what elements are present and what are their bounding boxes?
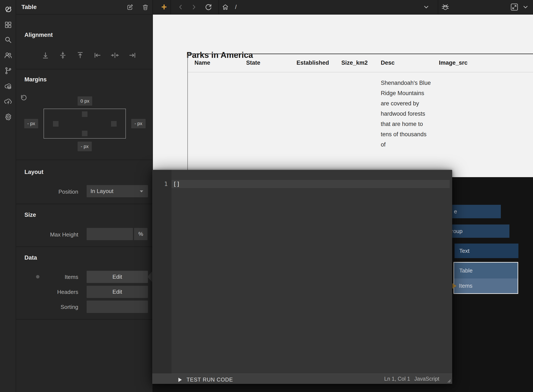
items-label: Items bbox=[16, 274, 78, 280]
left-nav-rail bbox=[0, 0, 16, 392]
toolbar-divider bbox=[438, 0, 438, 14]
chevron-left-icon bbox=[177, 4, 184, 10]
nav-forward-button[interactable] bbox=[189, 0, 199, 14]
section-divider bbox=[16, 319, 152, 320]
tree-node-items-row[interactable]: Items bbox=[454, 279, 518, 293]
toolbar-divider bbox=[219, 0, 219, 14]
column-header-established[interactable]: Established bbox=[296, 60, 329, 66]
margin-left-handle[interactable] bbox=[53, 121, 58, 127]
nav-pages-button[interactable] bbox=[4, 21, 12, 29]
nav-search-button[interactable] bbox=[4, 36, 12, 44]
table-header-divider bbox=[188, 72, 533, 72]
resize-handle-icon[interactable] bbox=[447, 378, 451, 383]
app-window: Parks in America Name State Established … bbox=[0, 0, 533, 392]
margin-top-handle[interactable] bbox=[82, 111, 87, 117]
tree-node-table-selected[interactable]: Table Items bbox=[453, 262, 518, 294]
section-divider bbox=[16, 69, 152, 69]
margin-right-handle[interactable] bbox=[111, 121, 117, 127]
align-bottom-icon bbox=[41, 51, 50, 60]
code-content[interactable]: [] bbox=[173, 180, 180, 188]
reset-margins-button[interactable] bbox=[20, 94, 27, 102]
nav-back-button[interactable] bbox=[176, 0, 186, 14]
inspector-header: Table bbox=[16, 0, 152, 14]
users-icon bbox=[4, 51, 12, 59]
section-heading-margins: Margins bbox=[24, 76, 47, 83]
parks-table[interactable]: Name State Established Size_km2 Desc Ima… bbox=[187, 54, 533, 177]
gear-icon bbox=[4, 113, 12, 121]
cloud-database-icon bbox=[4, 82, 12, 90]
line-number: 1 bbox=[152, 180, 168, 188]
inspector-panel: Table Alignment bbox=[16, 0, 153, 392]
align-right-icon bbox=[128, 51, 137, 60]
nav-flows-button[interactable] bbox=[4, 66, 12, 75]
nav-users-button[interactable] bbox=[4, 51, 12, 60]
tree-node-text[interactable]: Text bbox=[455, 243, 519, 258]
chevron-down-icon bbox=[423, 4, 429, 10]
section-divider bbox=[16, 160, 152, 160]
code-editor-popover: 1 [] TEST RUN CODE Ln 1, Col 1 JavaScrip… bbox=[152, 170, 452, 384]
refresh-button[interactable] bbox=[204, 0, 213, 14]
preview-options-button[interactable] bbox=[521, 0, 530, 14]
grid-icon bbox=[4, 21, 12, 29]
align-center-horizontal-button[interactable] bbox=[111, 51, 119, 60]
align-right-button[interactable] bbox=[128, 51, 137, 60]
column-header-desc[interactable]: Desc bbox=[381, 60, 395, 66]
align-top-icon bbox=[76, 51, 85, 60]
language-badge[interactable]: JavaScript bbox=[414, 376, 439, 382]
section-heading-layout: Layout bbox=[24, 169, 43, 175]
headers-label: Headers bbox=[16, 289, 78, 295]
delete-component-button[interactable] bbox=[142, 4, 148, 10]
column-header-state[interactable]: State bbox=[246, 60, 260, 66]
position-select[interactable]: In Layout bbox=[87, 185, 148, 197]
align-left-button[interactable] bbox=[93, 51, 102, 60]
breadcrumb[interactable]: / bbox=[233, 0, 239, 14]
margin-left-input[interactable]: - px bbox=[24, 119, 38, 128]
editor-gutter: 1 bbox=[152, 170, 171, 373]
max-height-unit-button[interactable]: % bbox=[134, 228, 148, 240]
cursor-position: Ln 1, Col 1 bbox=[384, 376, 410, 382]
rename-component-button[interactable] bbox=[127, 4, 133, 10]
table-cell-desc[interactable]: Shenandoah's Blue Ridge Mountains are co… bbox=[381, 78, 432, 150]
align-left-icon bbox=[93, 51, 102, 60]
margin-bottom-input[interactable]: - px bbox=[78, 142, 92, 151]
add-component-button[interactable]: + bbox=[158, 0, 170, 14]
expand-icon bbox=[510, 3, 519, 11]
debug-button[interactable] bbox=[440, 0, 450, 14]
align-top-button[interactable] bbox=[76, 51, 85, 60]
home-button[interactable] bbox=[221, 0, 230, 14]
align-center-vertical-icon bbox=[58, 51, 67, 60]
tree-node-table-row[interactable]: Table bbox=[454, 263, 518, 279]
sorting-input[interactable] bbox=[87, 301, 148, 313]
nav-settings-button[interactable] bbox=[4, 113, 12, 121]
app-logo[interactable] bbox=[4, 5, 12, 13]
editor-footer: TEST RUN CODE Ln 1, Col 1 JavaScript bbox=[152, 373, 452, 384]
nav-data-sources-button[interactable] bbox=[4, 82, 12, 90]
reset-icon bbox=[20, 94, 27, 102]
column-header-image-src[interactable]: Image_src bbox=[439, 60, 468, 66]
editor-active-line[interactable] bbox=[171, 180, 450, 188]
section-heading-size: Size bbox=[24, 212, 36, 218]
column-header-name[interactable]: Name bbox=[195, 60, 210, 66]
align-center-vertical-button[interactable] bbox=[58, 51, 67, 60]
run-code-button[interactable]: TEST RUN CODE bbox=[178, 377, 233, 383]
items-edit-button[interactable]: Edit bbox=[87, 271, 148, 283]
page-selector-button[interactable] bbox=[422, 0, 431, 14]
preview-fullscreen-button[interactable] bbox=[509, 0, 519, 14]
align-bottom-button[interactable] bbox=[41, 51, 50, 60]
section-heading-data: Data bbox=[24, 254, 37, 261]
margin-bottom-handle[interactable] bbox=[82, 131, 87, 136]
nav-functions-button[interactable] bbox=[4, 97, 12, 105]
toolbar-divider bbox=[171, 0, 171, 14]
chevron-down-icon bbox=[140, 191, 143, 192]
alignment-options bbox=[41, 51, 153, 60]
align-center-horizontal-icon bbox=[111, 51, 119, 60]
max-height-input[interactable] bbox=[87, 228, 133, 240]
margin-right-input[interactable]: - px bbox=[131, 119, 146, 128]
trash-icon bbox=[142, 4, 148, 10]
app-canvas[interactable]: Parks in America Name State Established … bbox=[153, 14, 533, 177]
margin-top-input[interactable]: 0 px bbox=[78, 96, 92, 106]
column-header-size-km2[interactable]: Size_km2 bbox=[341, 60, 368, 66]
position-label: Position bbox=[16, 188, 78, 195]
headers-edit-button[interactable]: Edit bbox=[87, 286, 148, 298]
margins-diagram bbox=[43, 109, 126, 139]
